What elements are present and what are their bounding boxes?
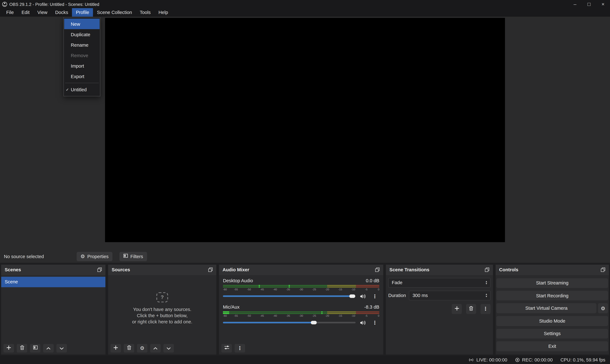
minimize-button[interactable]: – xyxy=(568,0,582,8)
studio-mode-button[interactable]: Studio Mode xyxy=(496,316,608,326)
trash-icon xyxy=(127,345,131,351)
live-time: LIVE: 00:00:00 xyxy=(476,357,507,363)
popout-icon[interactable] xyxy=(97,267,102,272)
audio-mixer-title: Audio Mixer xyxy=(222,267,249,273)
start-streaming-button[interactable]: Start Streaming xyxy=(496,278,608,288)
mute-button[interactable] xyxy=(360,294,366,299)
spin-down-icon: ▾ xyxy=(486,283,487,285)
source-properties-button[interactable]: ⚙ xyxy=(137,344,148,352)
empty-line: You don't have any sources. xyxy=(133,306,191,312)
sources-list[interactable]: ? You don't have any sources. Click the … xyxy=(108,275,217,342)
chevron-down-icon xyxy=(60,345,64,351)
menu-scene-collection[interactable]: Scene Collection xyxy=(93,8,136,17)
menu-tools[interactable]: Tools xyxy=(136,8,155,17)
cpu-text: CPU: 0.1%, 59.94 fps xyxy=(560,357,605,363)
profile-menu-rename[interactable]: Rename xyxy=(64,40,100,50)
gear-icon: ⚙ xyxy=(140,346,145,351)
volume-slider[interactable] xyxy=(223,322,356,323)
gear-icon: ⚙ xyxy=(601,305,605,311)
menu-view[interactable]: View xyxy=(34,8,51,17)
remove-scene-button[interactable] xyxy=(17,344,27,352)
advanced-audio-properties-button[interactable] xyxy=(221,344,232,352)
check-icon: ✓ xyxy=(66,88,69,92)
obs-window: OBS 29.1.2 - Profile: Untitled - Scenes:… xyxy=(0,0,610,364)
channel-menu-button[interactable]: ⋮ xyxy=(370,320,379,325)
remove-source-button[interactable] xyxy=(124,344,134,352)
spinner-arrows[interactable]: ▴ ▾ xyxy=(486,293,487,298)
menu-bar: File Edit View Docks Profile Scene Colle… xyxy=(0,8,610,17)
window-controls: – □ × xyxy=(568,0,610,8)
mute-button[interactable] xyxy=(360,320,366,325)
chevron-up-icon xyxy=(153,345,158,351)
menu-help[interactable]: Help xyxy=(155,8,172,17)
settings-button[interactable]: Settings xyxy=(496,329,608,338)
profile-menu-duplicate[interactable]: Duplicate xyxy=(64,29,100,40)
move-source-up-button[interactable] xyxy=(150,344,161,352)
window-title: OBS 29.1.2 - Profile: Untitled - Scenes:… xyxy=(9,2,99,6)
start-virtual-camera-button[interactable]: Start Virtual Camera xyxy=(496,303,596,313)
mixer-menu-button[interactable]: ⋮ xyxy=(234,344,245,352)
audio-mixer-header: Audio Mixer xyxy=(219,264,383,275)
chevron-down-icon xyxy=(166,345,171,351)
start-recording-button[interactable]: Start Recording xyxy=(496,291,608,300)
plus-icon xyxy=(6,345,11,351)
transition-properties-button[interactable]: ⋮ xyxy=(480,304,491,314)
profile-menu-import[interactable]: Import xyxy=(64,61,100,71)
move-scene-up-button[interactable] xyxy=(43,344,54,352)
popout-icon[interactable] xyxy=(485,267,489,272)
title-bar: OBS 29.1.2 - Profile: Untitled - Scenes:… xyxy=(0,0,610,8)
remove-transition-button[interactable] xyxy=(466,304,476,314)
channel-menu-button[interactable]: ⋮ xyxy=(370,293,379,299)
move-source-down-button[interactable] xyxy=(163,344,174,352)
audio-mixer-panel: Audio Mixer Desktop Audio 0.0 dB -60-55-… xyxy=(219,264,384,355)
volume-meter xyxy=(223,286,379,287)
sources-header: Sources xyxy=(108,264,217,275)
chevron-up-icon xyxy=(46,345,51,351)
spinner-arrows[interactable]: ▴ ▾ xyxy=(486,280,487,285)
maximize-button[interactable]: □ xyxy=(582,0,596,8)
add-scene-button[interactable] xyxy=(3,344,14,352)
add-transition-button[interactable] xyxy=(452,304,462,314)
menu-edit[interactable]: Edit xyxy=(18,8,34,17)
properties-button[interactable]: ⚙ Properties xyxy=(77,252,112,261)
status-bar: LIVE: 00:00:00 REC: 00:00:00 CPU: 0.1%, … xyxy=(0,355,610,364)
popout-icon[interactable] xyxy=(208,267,213,272)
scene-list-item[interactable]: Scene xyxy=(1,276,105,287)
maximize-icon: □ xyxy=(587,1,590,7)
menu-file[interactable]: File xyxy=(2,8,18,17)
virtual-camera-settings-button[interactable]: ⚙ xyxy=(598,303,608,313)
scenes-panel: Scenes Scene xyxy=(1,264,106,355)
empty-line: Click the + button below, xyxy=(137,312,188,318)
trash-icon xyxy=(20,345,24,351)
profile-menu-new[interactable]: New xyxy=(64,19,100,29)
filters-button[interactable]: Filters xyxy=(120,252,147,261)
volume-slider[interactable] xyxy=(223,295,356,297)
menu-profile[interactable]: Profile xyxy=(72,8,93,17)
duration-value: 300 ms xyxy=(412,293,428,298)
popout-icon[interactable] xyxy=(601,267,605,272)
slider-handle[interactable] xyxy=(311,321,317,324)
sources-panel: Sources ? You don't have any sources. Cl… xyxy=(108,264,217,355)
scenes-title: Scenes xyxy=(5,267,21,273)
exit-button[interactable]: Exit xyxy=(496,341,608,351)
profile-menu-current-profile[interactable]: ✓ Untitled xyxy=(64,84,100,95)
plus-icon xyxy=(454,306,459,312)
move-scene-down-button[interactable] xyxy=(56,344,67,352)
menu-docks[interactable]: Docks xyxy=(51,8,72,17)
slider-handle[interactable] xyxy=(350,295,355,298)
profile-menu-export[interactable]: Export xyxy=(64,71,100,82)
close-button[interactable]: × xyxy=(596,0,610,8)
mixer-channel-mic-aux: Mic/Aux -8.3 dB -60-55-50-45-40-35-30-25… xyxy=(223,304,379,325)
sources-toolbar: ⚙ xyxy=(108,342,217,354)
popout-icon[interactable] xyxy=(375,267,380,272)
add-source-button[interactable] xyxy=(110,344,121,352)
controls-title: Controls xyxy=(499,267,518,273)
scene-filters-button[interactable] xyxy=(30,344,41,352)
mixer-channel-desktop-audio: Desktop Audio 0.0 dB -60-55-50-45-40-35-… xyxy=(223,278,379,299)
controls-header: Controls xyxy=(496,264,609,275)
transition-select[interactable]: Fade ▴ ▾ xyxy=(388,278,491,287)
kebab-icon: ⋮ xyxy=(235,345,244,351)
preview-canvas[interactable] xyxy=(105,18,505,242)
duration-input[interactable]: 300 ms ▴ ▾ xyxy=(409,290,490,300)
channel-name: Desktop Audio xyxy=(223,278,253,283)
